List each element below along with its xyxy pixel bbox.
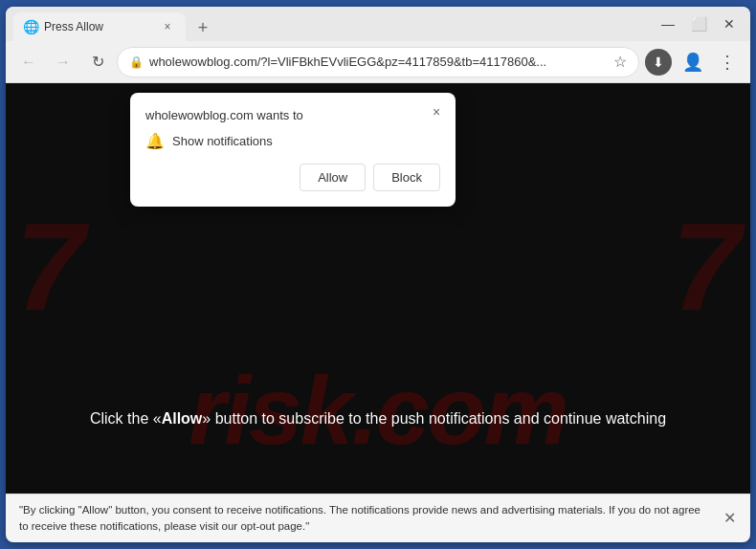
bottom-notification-text: "By clicking "Allow" button, you consent… <box>19 504 700 532</box>
browser-window: 🌐 Press Allow × + — ⬜ ✕ ← → ↻ 🔒 wholewow… <box>6 7 750 542</box>
bell-icon: 🔔 <box>145 132 165 150</box>
close-button[interactable]: ✕ <box>716 11 743 37</box>
arrow-left-watermark: 7 <box>15 195 84 339</box>
tab-title: Press Allow <box>44 20 153 33</box>
profile-button[interactable]: 👤 <box>678 47 708 77</box>
new-tab-button[interactable]: + <box>189 14 216 41</box>
download-indicator[interactable]: ⬇ <box>643 47 674 77</box>
forward-button: → <box>48 47 78 77</box>
page-text-allow: Allow <box>162 410 203 427</box>
arrow-right-watermark: 7 <box>672 195 741 339</box>
tab-area: 🌐 Press Allow × + <box>13 7 647 41</box>
bottom-notification-bar: "By clicking "Allow" button, you consent… <box>6 494 750 543</box>
bottom-notification-close-button[interactable]: ✕ <box>718 507 741 530</box>
notification-popup: × wholewowblog.com wants to 🔔 Show notif… <box>130 93 456 207</box>
back-button: ← <box>13 47 44 77</box>
page-content: × wholewowblog.com wants to 🔔 Show notif… <box>6 83 750 542</box>
popup-permission-row: 🔔 Show notifications <box>145 132 440 150</box>
active-tab[interactable]: 🌐 Press Allow × <box>13 12 186 41</box>
reload-button[interactable]: ↻ <box>82 47 113 77</box>
navigation-bar: ← → ↻ 🔒 wholewowblog.com/?l=VliFBkhEVvli… <box>6 41 750 83</box>
maximize-button[interactable]: ⬜ <box>685 11 712 37</box>
permission-text: Show notifications <box>172 134 273 148</box>
popup-site-name: wholewowblog.com wants to <box>145 108 440 122</box>
tab-favicon-icon: 🌐 <box>23 19 38 34</box>
download-circle: ⬇ <box>645 49 672 76</box>
title-bar: 🌐 Press Allow × + — ⬜ ✕ <box>6 7 750 41</box>
minimize-button[interactable]: — <box>655 11 681 37</box>
allow-button[interactable]: Allow <box>300 164 366 191</box>
url-text: wholewowblog.com/?l=VliFBkhEVvliEGG&pz=4… <box>149 55 608 69</box>
address-bar[interactable]: 🔒 wholewowblog.com/?l=VliFBkhEVvliEGG&pz… <box>117 47 639 77</box>
page-text-after: » button to subscribe to the push notifi… <box>202 410 666 427</box>
popup-buttons: Allow Block <box>145 164 440 191</box>
menu-button[interactable]: ⋮ <box>712 47 743 77</box>
lock-icon: 🔒 <box>129 55 144 69</box>
bookmark-icon[interactable]: ☆ <box>613 53 627 71</box>
tab-close-button[interactable]: × <box>159 18 176 35</box>
page-main-text: Click the «Allow» button to subscribe to… <box>6 410 750 428</box>
page-text-before: Click the « <box>90 410 162 427</box>
window-controls: — ⬜ ✕ <box>655 11 743 37</box>
popup-close-button[interactable]: × <box>425 100 448 123</box>
block-button[interactable]: Block <box>373 164 440 191</box>
